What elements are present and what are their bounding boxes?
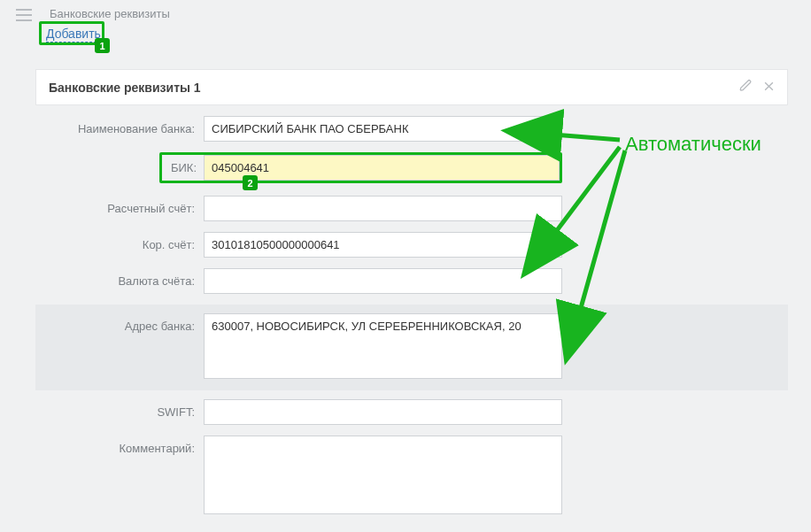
section-title: Банковские реквизиты 1 [49,81,201,95]
form: Наименование банка: БИК: Расчетный счёт:… [35,105,788,517]
section-header: Банковские реквизиты 1 [35,69,788,105]
input-swift[interactable] [204,399,562,425]
row-bik: БИК: [35,152,788,183]
row-corr-account: Кор. счёт: [35,232,788,258]
input-bank-name[interactable] [204,116,562,142]
add-link[interactable]: Добавить [46,27,101,42]
step-badge-1: 1 [95,38,110,53]
step-badge-2: 2 [243,175,258,190]
row-comment: Комментарий: [35,436,788,517]
label-bank-name: Наименование банка: [35,116,204,135]
label-bank-address: Адрес банка: [35,313,204,333]
label-currency: Валюта счёта: [35,268,204,288]
input-account[interactable] [204,196,562,221]
label-corr-account: Кор. счёт: [35,232,204,251]
row-swift: SWIFT: [35,399,788,425]
label-bik: БИК: [162,155,204,181]
input-comment[interactable] [204,436,562,514]
input-corr-account[interactable] [204,232,562,258]
label-comment: Комментарий: [35,436,204,455]
page-title: Банковские реквизиты [50,7,170,20]
row-bank-address: Адрес банка: [35,305,788,390]
input-currency[interactable] [204,268,562,294]
label-swift: SWIFT: [35,399,204,419]
input-bank-address[interactable] [204,313,562,379]
close-icon[interactable] [763,80,775,96]
label-account: Расчетный счёт: [35,196,204,215]
menu-icon[interactable] [16,9,32,21]
annotation-auto-label: Автоматически [625,133,761,156]
edit-icon[interactable] [739,79,753,96]
row-currency: Валюта счёта: [35,268,788,294]
row-account: Расчетный счёт: [35,196,788,221]
